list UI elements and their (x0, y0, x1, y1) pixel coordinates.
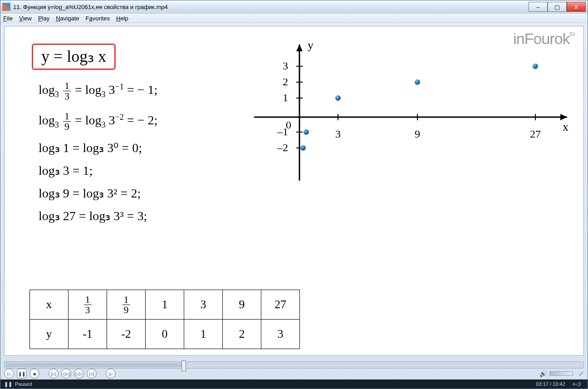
cell-x-6: 27 (261, 290, 300, 320)
status-bar: ❚❚ Paused 03:17 / 10:42 ≡◁》 (0, 379, 588, 389)
equation-6: log₃ 27 = log₃ 3³ = 3; (39, 210, 157, 222)
status-text: Paused (15, 381, 32, 387)
table-row: y -1 -2 0 1 2 3 (30, 320, 300, 349)
minimize-button[interactable]: – (529, 2, 548, 12)
maximize-icon: ▢ (554, 4, 560, 10)
equation-4: log₃ 3 = 1; (39, 164, 157, 177)
svg-marker-1 (560, 114, 567, 120)
svg-marker-3 (296, 44, 303, 51)
pause-button[interactable]: ❚❚ (17, 369, 27, 379)
menu-file[interactable]: File (3, 15, 13, 22)
expand-icon[interactable]: ⤢ (578, 370, 584, 377)
close-button[interactable]: X (567, 2, 586, 12)
cell-x-4: 3 (184, 290, 223, 320)
app-icon (2, 3, 10, 11)
skip-forward-button[interactable]: ▷| (87, 369, 97, 379)
cell-x-5: 9 (223, 290, 261, 320)
forward-button[interactable]: ▷▷ (74, 369, 84, 379)
values-table: x 13 19 1 3 9 27 y -1 -2 0 1 2 3 (29, 290, 300, 349)
scatter-chart: y x 3 2 1 0 –1 –2 3 9 27 (245, 35, 581, 192)
close-icon: X (574, 4, 578, 10)
cell-y-5: 2 (223, 320, 261, 349)
volume-slider[interactable] (549, 371, 573, 376)
svg-text:1: 1 (283, 92, 288, 103)
skip-back-button[interactable]: |◁ (49, 369, 59, 379)
menu-view[interactable]: View (19, 15, 32, 22)
menu-bar: File View Play Navigate Favorites Help (0, 14, 588, 23)
cell-x-2: 19 (107, 290, 146, 320)
data-point (533, 64, 538, 69)
svg-text:27: 27 (530, 128, 541, 140)
volume-icon[interactable]: 🔊 (539, 370, 547, 377)
menu-favorites[interactable]: Favorites (86, 15, 110, 22)
maximize-button[interactable]: ▢ (548, 2, 567, 12)
time-display: 03:17 / 10:42 (536, 381, 565, 387)
main-formula: y = log₃ x (32, 44, 116, 70)
cell-y-2: -2 (107, 320, 146, 349)
x-axis-label: x (563, 120, 568, 133)
minimize-icon: – (536, 4, 539, 10)
seek-bar[interactable] (4, 361, 584, 369)
cell-x-3: 1 (146, 290, 184, 320)
table-header-y: y (30, 320, 69, 349)
data-point (335, 95, 341, 101)
menu-navigate[interactable]: Navigate (56, 15, 79, 22)
cell-y-3: 0 (146, 320, 184, 349)
rewind-button[interactable]: ◁◁ (61, 369, 71, 379)
menu-play[interactable]: Play (38, 15, 49, 22)
status-icon: ❚❚ (4, 381, 12, 387)
stop-button[interactable]: ■ (29, 369, 39, 379)
playback-controls: ▷ ❚❚ ■ |◁ ◁◁ ▷▷ ▷| ▷ 🔊 ⤢ (4, 369, 584, 379)
cell-y-4: 1 (184, 320, 223, 349)
data-point (415, 79, 420, 85)
step-button[interactable]: ▷ (106, 369, 116, 379)
menu-help[interactable]: Help (116, 15, 128, 22)
table-row: x 13 19 1 3 9 27 (30, 290, 300, 320)
svg-text:–1: –1 (277, 126, 288, 138)
data-point (300, 145, 306, 151)
app-window: 11. Функция y=log_a%U2061x,ее свойства и… (0, 0, 588, 389)
equation-3: log₃ 1 = log₃ 3⁰ = 0; (39, 142, 157, 154)
play-button[interactable]: ▷ (4, 369, 14, 379)
equation-5: log₃ 9 = log₃ 3² = 2; (39, 187, 157, 200)
video-frame[interactable]: inFourokru y = log₃ x log3 13 = log3 3−1… (4, 26, 584, 356)
cell-y-6: 3 (261, 320, 300, 349)
seek-progress (5, 363, 182, 367)
equation-1: log3 13 = log3 3−1 = − 1; (39, 81, 157, 101)
equation-2: log3 19 = log3 3−2 = − 2; (39, 111, 157, 132)
window-title: 11. Функция y=log_a%U2061x,ее свойства и… (13, 4, 526, 10)
playlist-icon[interactable]: ≡◁》 (573, 381, 584, 388)
data-point (304, 129, 309, 135)
svg-text:–2: –2 (277, 142, 288, 153)
svg-text:2: 2 (283, 76, 288, 88)
title-bar[interactable]: 11. Функция y=log_a%U2061x,ее свойства и… (0, 0, 588, 14)
svg-text:3: 3 (283, 60, 288, 72)
y-axis-label: y (308, 39, 314, 52)
menu-file-label: ile (7, 15, 13, 22)
table-header-x: x (30, 290, 69, 320)
svg-text:9: 9 (415, 128, 420, 140)
cell-x-1: 13 (69, 290, 107, 320)
svg-text:3: 3 (335, 128, 341, 140)
cell-y-1: -1 (69, 320, 107, 349)
equation-list: log3 13 = log3 3−1 = − 1; log3 19 = log3… (39, 81, 157, 232)
